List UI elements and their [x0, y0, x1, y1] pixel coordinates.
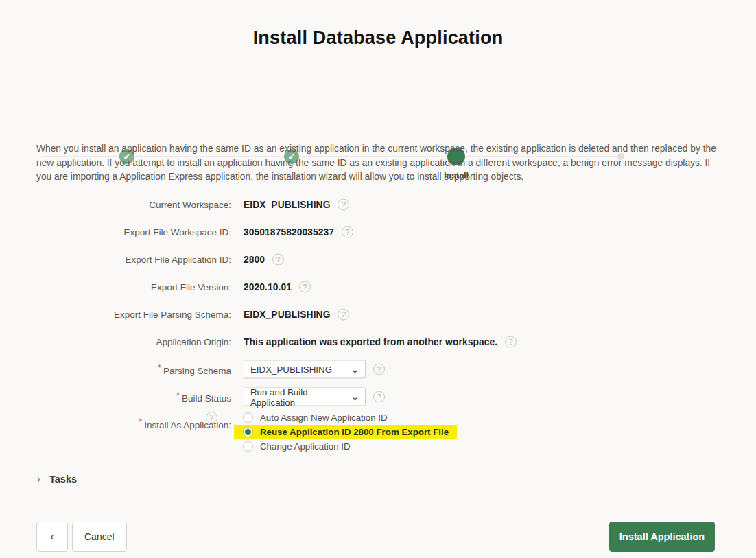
help-icon[interactable]: ? — [299, 281, 311, 293]
chevron-right-icon: › — [37, 473, 40, 485]
parsing-schema-select[interactable]: EIDX_PUBLISHING ⌄ — [244, 360, 366, 379]
tasks-collapsible[interactable]: › Tasks — [37, 473, 77, 485]
required-asterisk: * — [176, 391, 180, 400]
field-value: EIDX_PUBLISHING — [244, 310, 330, 320]
field-row-install-as-application: *Install As Application: Auto Assign New… — [0, 410, 756, 454]
field-value: EIDX_PUBLISHING — [244, 200, 330, 210]
help-icon[interactable]: ? — [373, 391, 385, 403]
chevron-down-icon: ⌄ — [351, 364, 359, 375]
wizard-description: When you install an application having t… — [36, 142, 717, 185]
field-label: *Build Status — [0, 391, 231, 404]
help-icon[interactable]: ? — [206, 412, 217, 423]
field-row-parsing-schema-select: *Parsing Schema EIDX_PUBLISHING ⌄ ? — [0, 356, 756, 383]
field-row-current-workspace: Current Workspace: EIDX_PUBLISHING ? — [0, 191, 756, 218]
required-asterisk: * — [139, 417, 143, 427]
install-application-button[interactable]: Install Application — [609, 522, 715, 552]
install-form: Current Workspace: EIDX_PUBLISHING ? Exp… — [0, 191, 756, 454]
field-label: Export File Version: — [0, 282, 231, 292]
field-value: 2020.10.01 — [244, 282, 292, 292]
radio-option-auto-assign-new-application-id[interactable]: Auto Assign New Application ID — [234, 410, 457, 425]
tasks-label: Tasks — [49, 474, 77, 485]
field-label: Application Origin: — [0, 337, 231, 347]
help-icon[interactable]: ? — [342, 226, 353, 238]
wizard-stepper: ✓ ✓ Install — [0, 69, 756, 117]
radio-button-icon — [243, 412, 253, 423]
install-as-application-radio-group: Auto Assign New Application ID Reuse App… — [234, 410, 457, 454]
field-label: Export File Parsing Schema: — [0, 310, 231, 320]
field-label: Export File Workspace ID: — [0, 227, 231, 237]
cancel-button[interactable]: Cancel — [72, 522, 127, 552]
field-row-export-file-workspace-id: Export File Workspace ID: 30501875820035… — [0, 218, 756, 246]
chevron-left-icon: ‹ — [50, 531, 54, 543]
help-icon[interactable]: ? — [338, 199, 349, 211]
selected-option: Run and Build Application — [250, 386, 351, 407]
field-row-export-file-parsing-schema: Export File Parsing Schema: EIDX_PUBLISH… — [0, 301, 756, 328]
selected-option: EIDX_PUBLISHING — [250, 364, 332, 375]
build-status-select[interactable]: Run and Build Application ⌄ — [244, 388, 366, 406]
radio-button-selected-icon — [243, 427, 253, 437]
help-icon[interactable]: ? — [272, 254, 284, 266]
chevron-down-icon: ⌄ — [351, 392, 359, 402]
help-icon[interactable]: ? — [505, 336, 517, 348]
field-row-build-status-select: *Build Status Run and Build Application … — [0, 383, 756, 410]
back-button[interactable]: ‹ — [36, 522, 68, 552]
radio-option-reuse-application-id[interactable]: Reuse Application ID 2800 From Export Fi… — [234, 425, 457, 439]
field-label: *Parsing Schema — [0, 363, 231, 376]
wizard-footer: ‹ Cancel Install Application — [0, 522, 756, 552]
field-value: 2800 — [244, 255, 265, 265]
field-row-export-file-version: Export File Version: 2020.10.01 ? — [0, 273, 756, 301]
required-asterisk: * — [158, 363, 161, 373]
help-icon[interactable]: ? — [373, 364, 385, 375]
radio-button-icon — [243, 441, 253, 452]
help-icon[interactable]: ? — [338, 309, 349, 321]
field-row-export-file-application-id: Export File Application ID: 2800 ? — [0, 246, 756, 273]
field-row-application-origin: Application Origin: This application was… — [0, 328, 756, 356]
field-label: Current Workspace: — [0, 200, 231, 210]
field-value: This application was exported from anoth… — [244, 337, 497, 347]
page-title: Install Database Application — [0, 27, 756, 49]
field-value: 30501875820035237 — [244, 227, 334, 237]
radio-option-change-application-id[interactable]: Change Application ID — [234, 439, 457, 454]
field-label: Export File Application ID: — [0, 255, 231, 265]
field-label: *Install As Application: — [0, 417, 231, 430]
